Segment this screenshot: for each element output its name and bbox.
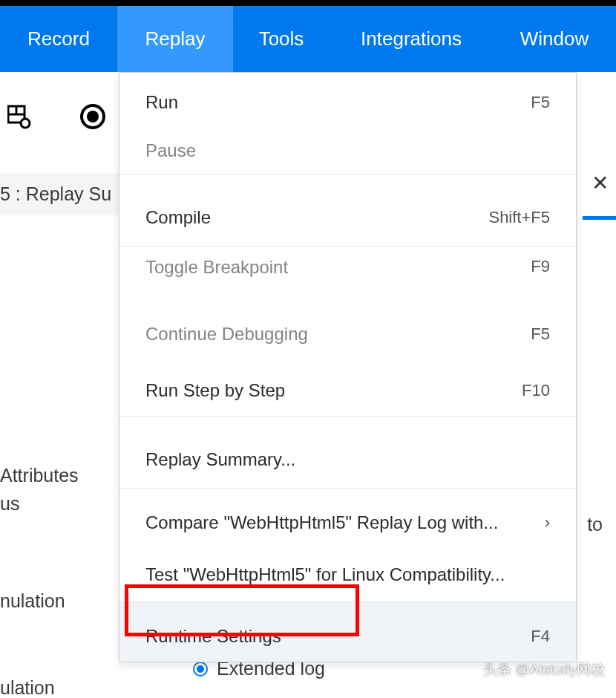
svg-point-3	[21, 119, 30, 128]
menu-label: Pause	[145, 140, 196, 161]
menu-label: Run	[145, 92, 178, 113]
menubar-replay[interactable]: Replay	[117, 6, 233, 72]
tab-underline	[583, 216, 616, 220]
menu-label: Compare "WebHttpHtml5" Replay Log with..…	[145, 512, 498, 533]
menu-shortcut: Shift+F5	[488, 208, 550, 227]
menu-shortcut: F9	[531, 257, 550, 276]
menubar-integrations[interactable]: Integrations	[330, 6, 493, 72]
menu-shortcut: F5	[531, 324, 550, 344]
menu-item-replay-summary[interactable]: Replay Summary...	[119, 417, 576, 488]
menubar-window[interactable]: Window	[493, 6, 616, 72]
menu-shortcut: F10	[522, 381, 550, 400]
menu-label: Runtime Settings	[145, 626, 281, 647]
menubar-tools[interactable]: Tools	[233, 6, 330, 72]
record-icon[interactable]	[79, 102, 107, 131]
menu-label: Compile	[145, 207, 211, 228]
close-icon[interactable]: ✕	[592, 171, 609, 195]
menu-item-test-linux[interactable]: Test "WebHttpHtml5" for Linux Compatibil…	[119, 548, 576, 601]
attributes-text: Attributes us	[0, 461, 79, 518]
menubar-record[interactable]: Record	[0, 6, 117, 72]
menu-label: Test "WebHttpHtml5" for Linux Compatibil…	[145, 564, 505, 585]
menu-item-runtime-settings[interactable]: Runtime Settings F4	[119, 602, 576, 662]
menu-item-compile[interactable]: Compile Shift+F5	[119, 174, 576, 246]
menu-item-run[interactable]: Run F5	[119, 73, 576, 128]
layout-icon[interactable]	[6, 102, 34, 131]
attributes-line2: us	[0, 493, 19, 514]
menu-label: Toggle Breakpoint	[145, 257, 288, 278]
ulation-text: ulation	[0, 677, 55, 698]
chevron-right-icon: ›	[545, 513, 550, 532]
menu-shortcut: F4	[531, 627, 550, 646]
menu-label: Replay Summary...	[145, 449, 295, 470]
radio-icon	[193, 662, 208, 676]
to-text: to	[587, 514, 603, 535]
replay-summary-partial: 5 : Replay Su	[0, 173, 119, 215]
watermark: 头条 @Atstudy网校	[483, 660, 605, 679]
replay-dropdown-menu: Run F5 Pause Compile Shift+F5 Toggle Bre…	[119, 72, 577, 662]
menu-item-pause[interactable]: Pause	[119, 128, 576, 174]
menu-item-compare[interactable]: Compare "WebHttpHtml5" Replay Log with..…	[119, 489, 576, 548]
menu-item-run-step[interactable]: Run Step by Step F10	[119, 356, 576, 416]
menu-item-continue-debugging[interactable]: Continue Debugging F5	[119, 312, 576, 356]
menubar: Record Replay Tools Integrations Window	[0, 6, 616, 72]
attributes-line1: Attributes	[0, 465, 79, 486]
nulation-text: nulation	[0, 590, 65, 612]
menu-label: Run Step by Step	[145, 380, 285, 401]
menu-item-toggle-breakpoint[interactable]: Toggle Breakpoint F9	[119, 247, 576, 312]
window-top-bar	[0, 0, 616, 6]
menu-shortcut: F5	[531, 93, 550, 112]
menu-label: Continue Debugging	[145, 324, 308, 345]
